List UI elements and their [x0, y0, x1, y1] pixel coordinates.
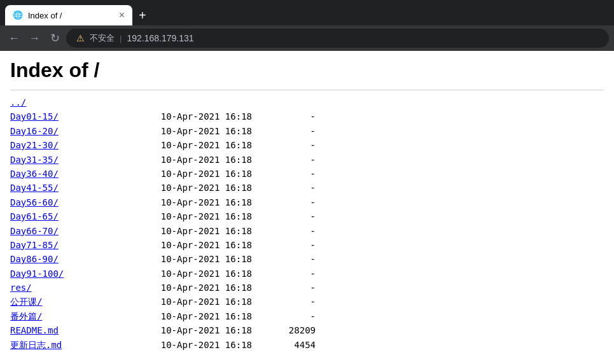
file-row: Day41-55/10-Apr-2021 16:18- [10, 181, 604, 195]
file-row: res/10-Apr-2021 16:18- [10, 281, 604, 295]
insecure-label: 不安全 [90, 32, 115, 44]
file-size: - [265, 267, 316, 281]
parent-dir-row: ../ [10, 95, 604, 109]
file-date: 10-Apr-2021 16:18 [150, 153, 265, 167]
divider [10, 90, 604, 90]
file-size: - [265, 138, 316, 152]
file-link[interactable]: Day66-70/ [10, 224, 150, 238]
file-date: 10-Apr-2021 16:18 [150, 238, 265, 252]
file-date: 10-Apr-2021 16:18 [150, 181, 265, 195]
page-title: Index of / [10, 59, 604, 82]
file-link[interactable]: res/ [10, 281, 150, 295]
back-button[interactable]: ← [5, 29, 23, 47]
file-size: - [265, 181, 316, 195]
file-date: 10-Apr-2021 16:18 [150, 209, 265, 223]
tab-close-button[interactable]: × [119, 10, 125, 20]
url-display: 192.168.179.131 [127, 33, 193, 43]
file-link[interactable]: Day71-85/ [10, 238, 150, 252]
file-row: Day36-40/10-Apr-2021 16:18- [10, 167, 604, 181]
parent-dir-link[interactable]: ../ [10, 95, 26, 109]
file-row: Day61-65/10-Apr-2021 16:18- [10, 209, 604, 223]
file-date: 10-Apr-2021 16:18 [150, 295, 265, 309]
page-content: Index of / ../ Day01-15/10-Apr-2021 16:1… [0, 51, 614, 364]
file-row: Day86-90/10-Apr-2021 16:18- [10, 252, 604, 266]
file-size: - [265, 153, 316, 167]
file-row: README.md10-Apr-2021 16:1828209 [10, 323, 604, 337]
file-size: - [265, 224, 316, 238]
file-size: - [265, 252, 316, 266]
file-row: Day71-85/10-Apr-2021 16:18- [10, 238, 604, 252]
file-date: 10-Apr-2021 16:18 [150, 309, 265, 323]
file-date: 10-Apr-2021 16:18 [150, 224, 265, 238]
address-bar[interactable]: ⚠ 不安全 | 192.168.179.131 [66, 29, 609, 48]
file-size: - [265, 124, 316, 138]
file-link[interactable]: README.md [10, 323, 150, 337]
file-row: Day31-35/10-Apr-2021 16:18- [10, 153, 604, 167]
file-size: - [265, 195, 316, 209]
file-date: 10-Apr-2021 16:18 [150, 124, 265, 138]
file-size: - [265, 167, 316, 181]
file-size: - [265, 309, 316, 323]
file-date: 10-Apr-2021 16:18 [150, 138, 265, 152]
file-date: 10-Apr-2021 16:18 [150, 281, 265, 295]
file-link[interactable]: 番外篇/ [10, 309, 150, 323]
file-size: 28209 [265, 323, 316, 337]
file-size: - [265, 281, 316, 295]
tab-favicon: 🌐 [13, 10, 23, 20]
file-link[interactable]: Day56-60/ [10, 195, 150, 209]
file-date: 10-Apr-2021 16:18 [150, 338, 265, 352]
file-date: 10-Apr-2021 16:18 [150, 252, 265, 266]
browser-chrome: 🌐 Index of / × + ← → ↻ ⚠ 不安全 | 192.168.1… [0, 0, 614, 51]
file-row: Day16-20/10-Apr-2021 16:18- [10, 124, 604, 138]
file-row: 番外篇/10-Apr-2021 16:18- [10, 309, 604, 323]
file-link[interactable]: Day21-30/ [10, 138, 150, 152]
file-size: - [265, 295, 316, 309]
separator: | [120, 34, 122, 43]
tab-title: Index of / [28, 11, 114, 20]
file-link[interactable]: Day91-100/ [10, 267, 150, 281]
file-date: 10-Apr-2021 16:18 [150, 323, 265, 337]
file-link[interactable]: Day36-40/ [10, 167, 150, 181]
file-link[interactable]: Day61-65/ [10, 209, 150, 223]
file-row: Day21-30/10-Apr-2021 16:18- [10, 138, 604, 152]
file-listing: ../ Day01-15/10-Apr-2021 16:18-Day16-20/… [10, 95, 604, 352]
file-link[interactable]: 更新日志.md [10, 338, 150, 352]
file-date: 10-Apr-2021 16:18 [150, 267, 265, 281]
file-size: - [265, 238, 316, 252]
file-date: 10-Apr-2021 16:18 [150, 109, 265, 123]
tab-bar: 🌐 Index of / × + [0, 0, 614, 25]
file-row: Day91-100/10-Apr-2021 16:18- [10, 267, 604, 281]
refresh-button[interactable]: ↻ [46, 29, 64, 47]
file-date: 10-Apr-2021 16:18 [150, 167, 265, 181]
file-link[interactable]: Day41-55/ [10, 181, 150, 195]
file-link[interactable]: Day86-90/ [10, 252, 150, 266]
file-size: - [265, 209, 316, 223]
file-size: - [265, 109, 316, 123]
file-row: Day01-15/10-Apr-2021 16:18- [10, 109, 604, 123]
file-link[interactable]: Day31-35/ [10, 153, 150, 167]
file-link[interactable]: Day16-20/ [10, 124, 150, 138]
file-row: Day56-60/10-Apr-2021 16:18- [10, 195, 604, 209]
file-link[interactable]: 公开课/ [10, 295, 150, 309]
file-size: 4454 [265, 338, 316, 352]
file-date: 10-Apr-2021 16:18 [150, 195, 265, 209]
file-row: 公开课/10-Apr-2021 16:18- [10, 295, 604, 309]
file-link[interactable]: Day01-15/ [10, 109, 150, 123]
file-row: 更新日志.md10-Apr-2021 16:184454 [10, 338, 604, 352]
security-warning-icon: ⚠ [76, 33, 85, 43]
forward-button[interactable]: → [25, 29, 43, 47]
file-row: Day66-70/10-Apr-2021 16:18- [10, 224, 604, 238]
nav-bar: ← → ↻ ⚠ 不安全 | 192.168.179.131 [0, 25, 614, 51]
new-tab-button[interactable]: + [132, 8, 153, 23]
active-tab[interactable]: 🌐 Index of / × [5, 5, 132, 25]
